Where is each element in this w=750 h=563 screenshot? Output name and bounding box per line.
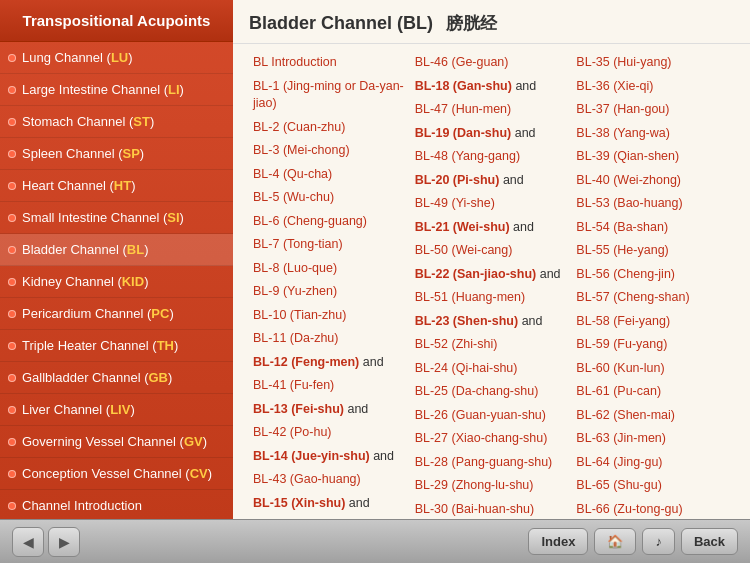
acupoint-link[interactable]: BL-14 (Jue-yin-shu)	[253, 449, 370, 463]
sidebar-item-small-intestine[interactable]: Small Intestine Channel (SI)	[0, 202, 233, 234]
acupoint-entry: BL-49 (Yi-she)	[415, 195, 569, 213]
sidebar-dot	[8, 150, 16, 158]
acupoint-link[interactable]: BL-65 (Shu-gu)	[576, 478, 661, 492]
acupoint-link[interactable]: BL-41 (Fu-fen)	[253, 378, 334, 392]
acupoint-entry: BL-28 (Pang-guang-shu)	[415, 454, 569, 472]
acupoint-link[interactable]: BL-39 (Qian-shen)	[576, 149, 679, 163]
acupoint-link[interactable]: BL-55 (He-yang)	[576, 243, 668, 257]
acupoint-link[interactable]: BL-3 (Mei-chong)	[253, 143, 350, 157]
sidebar-item-lung[interactable]: Lung Channel (LU)	[0, 42, 233, 74]
back-button[interactable]: Back	[681, 528, 738, 555]
acupoint-link[interactable]: BL-36 (Xie-qi)	[576, 79, 653, 93]
acupoint-entry: BL-12 (Feng-men) and	[253, 354, 407, 372]
acupoint-link[interactable]: BL-15 (Xin-shu)	[253, 496, 345, 510]
home-button[interactable]: 🏠	[594, 528, 636, 555]
acupoint-link[interactable]: BL-19 (Dan-shu)	[415, 126, 512, 140]
acupoint-link[interactable]: BL-56 (Cheng-jin)	[576, 267, 675, 281]
acupoint-link[interactable]: BL-24 (Qi-hai-shu)	[415, 361, 518, 375]
acupoint-link[interactable]: BL-59 (Fu-yang)	[576, 337, 667, 351]
acupoint-link[interactable]: BL-64 (Jing-gu)	[576, 455, 662, 469]
acupoint-link[interactable]: BL-52 (Zhi-shi)	[415, 337, 498, 351]
acupoint-link[interactable]: BL-10 (Tian-zhu)	[253, 308, 346, 322]
sidebar-item-gallbladder[interactable]: Gallbladder Channel (GB)	[0, 362, 233, 394]
prev-button[interactable]: ◀	[12, 527, 44, 557]
acupoint-link[interactable]: BL-29 (Zhong-lu-shu)	[415, 478, 534, 492]
acupoint-entry: BL-65 (Shu-gu)	[576, 477, 730, 495]
sidebar-item-channel-intro[interactable]: Channel Introduction	[0, 490, 233, 519]
acupoint-entry: BL-59 (Fu-yang)	[576, 336, 730, 354]
acupoint-link[interactable]: BL-2 (Cuan-zhu)	[253, 120, 345, 134]
sidebar-item-pericardium[interactable]: Pericardium Channel (PC)	[0, 298, 233, 330]
acupoint-link[interactable]: BL-7 (Tong-tian)	[253, 237, 343, 251]
acupoint-link[interactable]: BL-28 (Pang-guang-shu)	[415, 455, 553, 469]
acupoint-entry: BL-42 (Po-hu)	[253, 424, 407, 442]
acupoint-link[interactable]: BL-27 (Xiao-chang-shu)	[415, 431, 548, 445]
next-button[interactable]: ▶	[48, 527, 80, 557]
acupoint-entry: BL Introduction	[253, 54, 407, 72]
content-title: Bladder Channel (BL) 膀胱经	[249, 12, 734, 35]
acupoint-link[interactable]: BL-66 (Zu-tong-gu)	[576, 502, 682, 516]
acupoint-entry: BL-53 (Bao-huang)	[576, 195, 730, 213]
acupoint-link[interactable]: BL-22 (San-jiao-shu)	[415, 267, 537, 281]
acupoint-link[interactable]: BL-46 (Ge-guan)	[415, 55, 509, 69]
acupoint-link[interactable]: BL-53 (Bao-huang)	[576, 196, 682, 210]
acupoint-link[interactable]: BL-50 (Wei-cang)	[415, 243, 513, 257]
sidebar-item-heart[interactable]: Heart Channel (HT)	[0, 170, 233, 202]
acupoint-link[interactable]: BL-8 (Luo-que)	[253, 261, 337, 275]
acupoint-link[interactable]: BL-13 (Fei-shu)	[253, 402, 344, 416]
acupoint-link[interactable]: BL-61 (Pu-can)	[576, 384, 661, 398]
acupoint-link[interactable]: BL-23 (Shen-shu)	[415, 314, 518, 328]
acupoint-link[interactable]: BL-12 (Feng-men)	[253, 355, 359, 369]
sidebar-item-spleen[interactable]: Spleen Channel (SP)	[0, 138, 233, 170]
acupoint-link[interactable]: BL-60 (Kun-lun)	[576, 361, 664, 375]
sidebar-item-governing[interactable]: Governing Vessel Channel (GV)	[0, 426, 233, 458]
acupoint-link[interactable]: BL-9 (Yu-zhen)	[253, 284, 337, 298]
acupoint-link[interactable]: BL-42 (Po-hu)	[253, 425, 332, 439]
acupoint-link[interactable]: BL-26 (Guan-yuan-shu)	[415, 408, 546, 422]
acupoint-link[interactable]: BL-6 (Cheng-guang)	[253, 214, 367, 228]
acupoint-link[interactable]: BL-18 (Gan-shu)	[415, 79, 512, 93]
acupoint-entry: BL-41 (Fu-fen)	[253, 377, 407, 395]
acupoint-link[interactable]: BL-35 (Hui-yang)	[576, 55, 671, 69]
acupoint-link[interactable]: BL-38 (Yang-wa)	[576, 126, 670, 140]
sidebar-item-triple-heater[interactable]: Triple Heater Channel (TH)	[0, 330, 233, 362]
acupoint-entry: BL-2 (Cuan-zhu)	[253, 119, 407, 137]
sidebar-item-bladder[interactable]: Bladder Channel (BL)	[0, 234, 233, 266]
sidebar-item-conception[interactable]: Conception Vessel Channel (CV)	[0, 458, 233, 490]
music-button[interactable]: ♪	[642, 528, 675, 555]
acupoint-entry: BL-24 (Qi-hai-shu)	[415, 360, 569, 378]
acupoint-link[interactable]: BL-51 (Huang-men)	[415, 290, 525, 304]
acupoint-link[interactable]: BL-4 (Qu-cha)	[253, 167, 332, 181]
acupoint-link[interactable]: BL-58 (Fei-yang)	[576, 314, 670, 328]
col3: BL-35 (Hui-yang)BL-36 (Xie-qi)BL-37 (Han…	[572, 54, 734, 519]
sidebar-item-large-intestine[interactable]: Large Intestine Channel (LI)	[0, 74, 233, 106]
acupoint-link[interactable]: BL-1 (Jing-ming or Da-yan-jiao)	[253, 79, 404, 111]
acupoint-link[interactable]: BL-63 (Jin-men)	[576, 431, 666, 445]
acupoint-link[interactable]: BL-48 (Yang-gang)	[415, 149, 520, 163]
content-header: Bladder Channel (BL) 膀胱经	[233, 0, 750, 44]
acupoint-link[interactable]: BL-21 (Wei-shu)	[415, 220, 510, 234]
sidebar-item-liver[interactable]: Liver Channel (LIV)	[0, 394, 233, 426]
acupoint-link[interactable]: BL-43 (Gao-huang)	[253, 472, 361, 486]
acupoint-link[interactable]: BL-57 (Cheng-shan)	[576, 290, 689, 304]
acupoint-link[interactable]: BL-25 (Da-chang-shu)	[415, 384, 539, 398]
sidebar-item-kidney[interactable]: Kidney Channel (KID)	[0, 266, 233, 298]
acupoint-link[interactable]: BL Introduction	[253, 55, 337, 69]
acupoint-link[interactable]: BL-11 (Da-zhu)	[253, 331, 338, 345]
sidebar-items: Lung Channel (LU)Large Intestine Channel…	[0, 42, 233, 519]
acupoint-link[interactable]: BL-40 (Wei-zhong)	[576, 173, 681, 187]
acupoint-link[interactable]: BL-30 (Bai-huan-shu)	[415, 502, 535, 516]
sidebar-item-stomach[interactable]: Stomach Channel (ST)	[0, 106, 233, 138]
acupoint-link[interactable]: BL-47 (Hun-men)	[415, 102, 512, 116]
acupoint-link[interactable]: BL-37 (Han-gou)	[576, 102, 669, 116]
sidebar-dot	[8, 406, 16, 414]
sidebar-dot	[8, 86, 16, 94]
acupoint-link[interactable]: BL-49 (Yi-she)	[415, 196, 495, 210]
acupoint-link[interactable]: BL-54 (Ba-shan)	[576, 220, 668, 234]
acupoint-link[interactable]: BL-20 (Pi-shu)	[415, 173, 500, 187]
index-button[interactable]: Index	[528, 528, 588, 555]
acupoint-link[interactable]: BL-62 (Shen-mai)	[576, 408, 675, 422]
sidebar-item-label: Lung Channel (LU)	[22, 50, 133, 65]
acupoint-link[interactable]: BL-5 (Wu-chu)	[253, 190, 334, 204]
content-body: BL IntroductionBL-1 (Jing-ming or Da-yan…	[233, 44, 750, 519]
